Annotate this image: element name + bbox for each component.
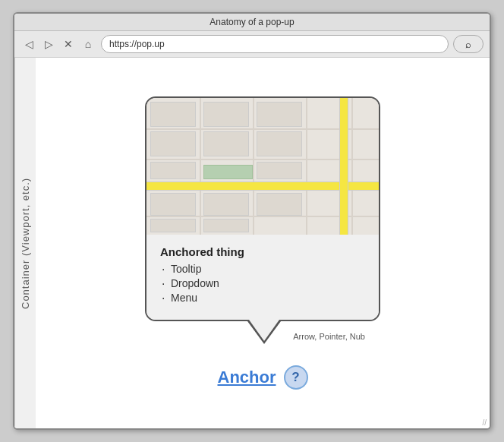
search-icon: ⌕ xyxy=(465,39,471,50)
block-10 xyxy=(203,193,249,216)
list-item-tooltip: Tooltip xyxy=(160,263,365,275)
title-bar: Anatomy of a pop-up xyxy=(14,14,490,31)
anchor-link[interactable]: Anchor xyxy=(218,368,276,387)
popup-arrow xyxy=(247,321,281,344)
anchored-list: Tooltip Dropdown Menu xyxy=(160,263,365,304)
list-item-menu: Menu xyxy=(160,292,365,304)
arrow-label: Arrow, Pointer, Nub xyxy=(293,332,365,341)
popup-text: Anchored thing Tooltip Dropdown Menu xyxy=(146,235,379,320)
forward-button[interactable]: ▷ xyxy=(40,36,57,52)
list-item-dropdown: Dropdown xyxy=(160,277,365,289)
block-6 xyxy=(257,131,302,156)
back-button[interactable]: ◁ xyxy=(20,36,37,52)
block-8 xyxy=(257,162,302,179)
toolbar: ◁ ▷ ✕ ⌂ ⌕ xyxy=(14,31,490,58)
map-grid-v2 xyxy=(253,98,254,235)
nav-buttons: ◁ ▷ ✕ ⌂ xyxy=(20,36,96,52)
popup-arrow-wrapper: Arrow, Pointer, Nub xyxy=(145,321,380,352)
green-block xyxy=(203,165,253,179)
help-symbol: ? xyxy=(291,370,299,385)
block-5 xyxy=(203,131,249,156)
block-12 xyxy=(150,219,196,232)
block-13 xyxy=(203,219,249,232)
map-grid-v1 xyxy=(200,98,201,235)
help-icon[interactable]: ? xyxy=(284,365,308,390)
sidebar-label: Container (Viewport, etc.) xyxy=(14,58,36,428)
block-7 xyxy=(150,162,196,179)
search-button[interactable]: ⌕ xyxy=(453,35,484,53)
map-grid-v3 xyxy=(306,98,307,235)
content-area: Container (Viewport, etc.) xyxy=(14,58,490,428)
home-button[interactable]: ⌂ xyxy=(80,36,96,52)
block-3 xyxy=(257,102,302,127)
block-9 xyxy=(150,193,196,216)
page-title: Anatomy of a pop-up xyxy=(209,17,294,27)
road-yellow-vertical xyxy=(339,98,348,235)
address-bar[interactable] xyxy=(101,35,449,53)
block-1 xyxy=(150,102,196,127)
resize-handle[interactable]: // xyxy=(482,418,487,427)
popup-container: Anchored thing Tooltip Dropdown Menu Arr… xyxy=(145,96,380,390)
anchor-row: Anchor ? xyxy=(218,365,308,390)
map-area xyxy=(146,98,379,235)
close-button[interactable]: ✕ xyxy=(60,36,77,52)
main-content: Anchored thing Tooltip Dropdown Menu Arr… xyxy=(36,58,490,428)
block-4 xyxy=(150,131,196,156)
block-11 xyxy=(257,193,302,216)
anchored-thing-title: Anchored thing xyxy=(160,245,365,258)
browser-window: Anatomy of a pop-up ◁ ▷ ✕ ⌂ ⌕ Container … xyxy=(13,12,491,430)
map-grid-v4 xyxy=(351,98,353,235)
block-2 xyxy=(203,102,249,127)
popup-box: Anchored thing Tooltip Dropdown Menu xyxy=(145,96,380,321)
